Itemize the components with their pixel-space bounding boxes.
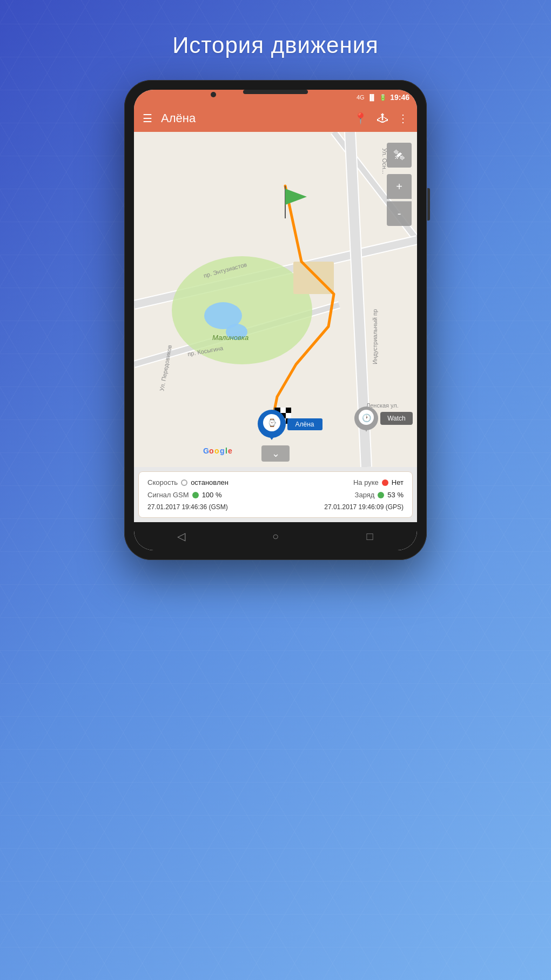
info-card: Скорость остановлен На руке Нет Сигнал G…	[138, 471, 413, 518]
svg-text:e: e	[228, 446, 232, 455]
charge-label: Заряд	[355, 491, 375, 499]
back-button[interactable]: ◁	[170, 525, 192, 547]
map-controls: 🛰 + -	[387, 143, 412, 226]
recent-button[interactable]: □	[359, 525, 381, 547]
timestamp-gps: 27.01.2017 19:46:09 (GPS)	[324, 503, 404, 511]
gsm-label: Сигнал GSM	[147, 491, 189, 499]
svg-text:o: o	[209, 446, 214, 455]
gsm-value: 100 %	[202, 491, 222, 499]
map-container[interactable]: пр. Энтузиастов пр. Косыгина Ул. Передов…	[134, 132, 417, 467]
app-bar-title: Алёна	[161, 111, 345, 125]
battery-icon: 🔋	[379, 94, 387, 101]
timestamp-gsm: 27.01.2017 19:46:36 (GSM)	[147, 503, 228, 511]
gamepad-button[interactable]: 🕹	[377, 112, 388, 125]
network-icon: 4G	[357, 94, 365, 101]
svg-text:l: l	[225, 446, 227, 455]
svg-rect-28	[286, 413, 291, 418]
gsm-dot	[192, 492, 199, 498]
svg-text:o: o	[214, 446, 219, 455]
svg-text:Малиновка: Малиновка	[212, 334, 248, 342]
svg-text:Индустриальный пр: Индустриальный пр	[372, 309, 378, 364]
zoom-in-button[interactable]: +	[387, 174, 412, 199]
home-button[interactable]: ○	[265, 525, 286, 547]
gsm-row: Сигнал GSM 100 % Заряд 53 %	[147, 491, 404, 499]
svg-text:Watch: Watch	[387, 415, 406, 422]
on-hand-value: Нет	[392, 478, 404, 486]
svg-text:G: G	[203, 446, 209, 455]
satellite-button[interactable]: 🛰	[387, 143, 412, 168]
speed-value: остановлен	[191, 478, 229, 486]
scroll-down-button[interactable]: ⌄	[261, 445, 290, 462]
speed-label: Скорость	[147, 478, 178, 486]
on-hand-dot	[382, 479, 388, 486]
status-icons: 4G ▐▌ 🔋 19:46	[357, 93, 409, 102]
status-bar: 4G ▐▌ 🔋 19:46	[134, 90, 417, 105]
location-button[interactable]: 📍	[354, 112, 367, 125]
svg-rect-25	[286, 408, 291, 413]
page-title: История движения	[172, 32, 379, 58]
volume-button	[427, 188, 430, 221]
on-hand-label: На руке	[353, 478, 379, 486]
svg-rect-24	[280, 408, 286, 413]
speed-item: Скорость остановлен	[147, 478, 229, 486]
svg-text:🕐: 🕐	[362, 414, 372, 423]
phone-frame: 4G ▐▌ 🔋 19:46 ☰ Алёна 📍 🕹 ⋮	[124, 80, 427, 560]
svg-text:g: g	[220, 446, 225, 455]
camera	[211, 92, 216, 97]
charge-dot	[378, 492, 384, 498]
charge-item: Заряд 53 %	[355, 491, 404, 499]
on-hand-item: На руке Нет	[353, 478, 404, 486]
more-button[interactable]: ⋮	[398, 112, 408, 125]
charge-value: 53 %	[387, 491, 404, 499]
phone-screen: 4G ▐▌ 🔋 19:46 ☰ Алёна 📍 🕹 ⋮	[134, 90, 417, 550]
svg-text:Алёна: Алёна	[295, 421, 314, 428]
svg-point-9	[172, 256, 312, 364]
timestamp-row: 27.01.2017 19:46:36 (GSM) 27.01.2017 19:…	[147, 503, 404, 511]
time-display: 19:46	[390, 93, 409, 102]
signal-bars-icon: ▐▌	[368, 94, 377, 101]
menu-button[interactable]: ☰	[143, 112, 152, 125]
app-bar: ☰ Алёна 📍 🕹 ⋮	[134, 105, 417, 132]
speed-dot	[181, 479, 187, 486]
chevron-down-icon: ⌄	[272, 448, 280, 459]
zoom-out-button[interactable]: -	[387, 201, 412, 226]
svg-text:⌚: ⌚	[267, 418, 277, 428]
app-bar-actions: 📍 🕹 ⋮	[354, 112, 408, 125]
gsm-item: Сигнал GSM 100 %	[147, 491, 222, 499]
bottom-nav: ◁ ○ □	[134, 522, 417, 550]
speed-row: Скорость остановлен На руке Нет	[147, 478, 404, 486]
